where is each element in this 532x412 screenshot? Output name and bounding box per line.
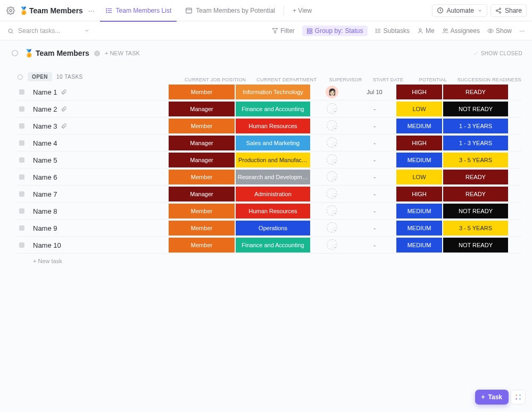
section-collapse-icon[interactable] bbox=[10, 48, 20, 58]
position-tag[interactable]: Member bbox=[169, 221, 235, 236]
readiness-tag[interactable]: NOT READY bbox=[443, 204, 508, 218]
start-date-cell[interactable]: - bbox=[353, 242, 396, 248]
supervisor-cell[interactable] bbox=[311, 154, 353, 166]
start-date-cell[interactable]: Jul 10 bbox=[353, 89, 396, 95]
department-tag[interactable]: Research and Developm… bbox=[236, 170, 310, 184]
potential-tag[interactable]: MEDIUM bbox=[396, 238, 442, 253]
potential-tag[interactable]: HIGH bbox=[396, 85, 442, 99]
readiness-tag[interactable]: 1 - 3 YEARS bbox=[443, 136, 508, 150]
table-row[interactable]: Name 2ManagerFinance and Accounting-LOWN… bbox=[17, 100, 522, 117]
readiness-tag[interactable]: 3 - 5 YEARS bbox=[443, 153, 508, 167]
potential-tag[interactable]: MEDIUM bbox=[396, 153, 442, 167]
add-view-button[interactable]: + View bbox=[287, 0, 317, 21]
assign-avatar-icon[interactable] bbox=[327, 188, 337, 199]
supervisor-cell[interactable]: 👩🏻 bbox=[311, 86, 353, 98]
status-square-icon[interactable] bbox=[19, 242, 24, 248]
table-row[interactable]: Name 10MemberFinance and Accounting-MEDI… bbox=[17, 237, 522, 254]
position-tag[interactable]: Manager bbox=[169, 102, 235, 116]
department-tag[interactable]: Sales and Marketing bbox=[236, 136, 310, 150]
department-tag[interactable]: Administration bbox=[236, 187, 310, 201]
table-row[interactable]: Name 7ManagerAdministration-HIGHREADY bbox=[17, 186, 522, 203]
table-row[interactable]: Name 1MemberInformation Technology👩🏻Jul … bbox=[17, 83, 522, 100]
attachment-icon[interactable] bbox=[61, 123, 67, 129]
automate-button[interactable]: Automate bbox=[432, 4, 487, 17]
float-new-task-button[interactable]: + Task bbox=[475, 390, 509, 405]
position-tag[interactable]: Manager bbox=[169, 153, 235, 167]
assign-avatar-icon[interactable] bbox=[327, 239, 337, 250]
share-button[interactable]: Share bbox=[491, 4, 527, 17]
status-square-icon[interactable] bbox=[19, 157, 24, 163]
breadcrumb-more-icon[interactable]: ··· bbox=[88, 6, 95, 15]
new-task-button[interactable]: + NEW TASK bbox=[105, 50, 140, 56]
task-name-cell[interactable]: Name 8 bbox=[30, 207, 168, 215]
section-title[interactable]: 🏅 Team Members bbox=[24, 49, 89, 57]
supervisor-cell[interactable] bbox=[311, 188, 353, 200]
position-tag[interactable]: Member bbox=[169, 204, 235, 218]
task-name-cell[interactable]: Name 3 bbox=[30, 122, 168, 130]
task-name-cell[interactable]: Name 9 bbox=[30, 224, 168, 232]
department-tag[interactable]: Information Technology bbox=[236, 85, 310, 99]
start-date-cell[interactable]: - bbox=[353, 191, 396, 197]
chevron-down-icon[interactable] bbox=[84, 28, 90, 34]
filter-button[interactable]: Filter bbox=[272, 27, 295, 35]
attachment-icon[interactable] bbox=[61, 106, 67, 112]
column-header[interactable]: CURRENT DEPARTMENT bbox=[249, 77, 325, 82]
potential-tag[interactable]: LOW bbox=[396, 102, 442, 116]
column-header[interactable]: START DATE bbox=[367, 77, 410, 82]
toolbar-more-icon[interactable]: ··· bbox=[519, 27, 525, 35]
supervisor-cell[interactable] bbox=[311, 205, 353, 217]
department-tag[interactable]: Finance and Accounting bbox=[236, 102, 310, 116]
potential-tag[interactable]: MEDIUM bbox=[396, 204, 442, 218]
status-square-icon[interactable] bbox=[19, 106, 24, 112]
table-row[interactable]: Name 9MemberOperations-MEDIUM3 - 5 YEARS bbox=[17, 220, 522, 237]
info-icon[interactable]: i bbox=[94, 50, 101, 57]
group-by-button[interactable]: Group by: Status bbox=[302, 26, 368, 36]
avatar[interactable]: 👩🏻 bbox=[326, 86, 338, 98]
column-header[interactable]: CURRENT JOB POSITION bbox=[182, 77, 249, 82]
potential-tag[interactable]: MEDIUM bbox=[396, 221, 442, 236]
status-square-icon[interactable] bbox=[19, 174, 24, 180]
assign-avatar-icon[interactable] bbox=[327, 120, 337, 131]
table-row[interactable]: Name 5ManagerProduction and Manufac…-MED… bbox=[17, 152, 522, 169]
department-tag[interactable]: Human Resources bbox=[236, 119, 310, 133]
start-date-cell[interactable]: - bbox=[353, 140, 396, 146]
start-date-cell[interactable]: - bbox=[353, 208, 396, 214]
department-tag[interactable]: Production and Manufac… bbox=[236, 153, 310, 167]
assign-avatar-icon[interactable] bbox=[327, 103, 337, 114]
readiness-tag[interactable]: 3 - 5 YEARS bbox=[443, 221, 508, 236]
readiness-tag[interactable]: READY bbox=[443, 187, 508, 201]
potential-tag[interactable]: LOW bbox=[396, 170, 442, 184]
task-name-cell[interactable]: Name 5 bbox=[30, 156, 168, 164]
search-input[interactable] bbox=[17, 27, 81, 35]
position-tag[interactable]: Member bbox=[169, 238, 235, 253]
potential-tag[interactable]: HIGH bbox=[396, 187, 442, 201]
status-square-icon[interactable] bbox=[19, 123, 24, 129]
start-date-cell[interactable]: - bbox=[353, 174, 396, 180]
assign-avatar-icon[interactable] bbox=[327, 222, 337, 233]
task-name-cell[interactable]: Name 6 bbox=[30, 173, 168, 181]
supervisor-cell[interactable] bbox=[311, 239, 353, 251]
supervisor-cell[interactable] bbox=[311, 103, 353, 115]
position-tag[interactable]: Manager bbox=[169, 187, 235, 201]
supervisor-cell[interactable] bbox=[311, 222, 353, 234]
start-date-cell[interactable]: - bbox=[353, 123, 396, 129]
me-button[interactable]: Me bbox=[417, 27, 435, 35]
supervisor-cell[interactable] bbox=[311, 120, 353, 132]
potential-tag[interactable]: HIGH bbox=[396, 136, 442, 150]
task-name-cell[interactable]: Name 10 bbox=[30, 241, 168, 249]
potential-tag[interactable]: MEDIUM bbox=[396, 119, 442, 133]
app-settings-icon[interactable] bbox=[5, 5, 16, 16]
attachment-icon[interactable] bbox=[61, 89, 67, 95]
readiness-tag[interactable]: NOT READY bbox=[443, 102, 508, 116]
assignees-button[interactable]: Assignees bbox=[442, 27, 480, 35]
readiness-tag[interactable]: 1 - 3 YEARS bbox=[443, 119, 508, 133]
table-row[interactable]: Name 3MemberHuman Resources-MEDIUM1 - 3 … bbox=[17, 117, 522, 134]
start-date-cell[interactable]: - bbox=[353, 225, 396, 231]
task-name-cell[interactable]: Name 1 bbox=[30, 88, 168, 96]
task-name-cell[interactable]: Name 4 bbox=[30, 139, 168, 147]
float-apps-button[interactable] bbox=[511, 390, 526, 405]
readiness-tag[interactable]: READY bbox=[443, 170, 508, 184]
column-header[interactable]: POTENTIAL bbox=[410, 77, 456, 82]
status-square-icon[interactable] bbox=[19, 89, 24, 95]
department-tag[interactable]: Finance and Accounting bbox=[236, 238, 310, 253]
